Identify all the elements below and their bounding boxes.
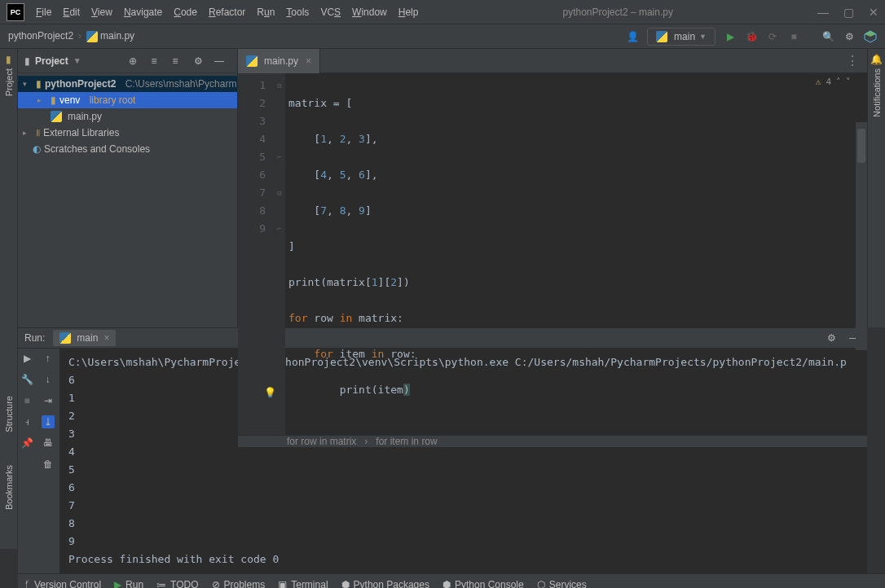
pycharm-logo-icon: PC <box>7 3 24 21</box>
editor-tabs: main.py × ⋮ <box>238 49 867 73</box>
menu-edit[interactable]: Edit <box>63 7 80 18</box>
menu-window[interactable]: Window <box>352 7 387 18</box>
todo-button[interactable]: ≔TODO <box>156 579 198 589</box>
scroll-to-end-icon[interactable]: ⤓ <box>42 415 55 428</box>
project-tool-icon[interactable]: ▮ <box>6 54 11 65</box>
console-line: 8 <box>68 515 859 533</box>
console-line: 5 <box>68 461 859 479</box>
project-panel: ▮ Project ▼ ⊕ ≡ ≡ ⚙ — ▾ ▮ pythonProject2… <box>18 49 238 327</box>
intention-bulb-icon[interactable]: 💡 <box>264 384 276 402</box>
fold-end-icon[interactable]: ⌐ <box>274 220 285 238</box>
stop-button[interactable]: ■ <box>787 30 800 43</box>
tab-overflow-icon[interactable]: ⋮ <box>846 53 867 68</box>
menu-vcs[interactable]: VCS <box>320 7 341 18</box>
close-tab-icon[interactable]: × <box>306 55 311 67</box>
menu-view[interactable]: View <box>91 7 112 18</box>
arrow-right-icon[interactable]: ▸ <box>23 129 33 137</box>
menu-code[interactable]: Code <box>174 7 197 18</box>
main-menu: File Edit View Navigate Code Refactor Ru… <box>36 7 418 18</box>
editor[interactable]: 123456789 ⊟⌐ ⊟⌐ matrix = [ [1, 2, 3], [4… <box>238 73 867 435</box>
add-user-icon[interactable]: 👤 <box>626 30 639 43</box>
coverage-button[interactable]: ⟳ <box>766 30 779 43</box>
menu-tools[interactable]: Tools <box>286 7 309 18</box>
fold-end-icon[interactable]: ⌐ <box>274 148 285 166</box>
locate-file-icon[interactable]: ⊕ <box>126 55 139 68</box>
python-packages-button[interactable]: ⬢Python Packages <box>341 579 429 589</box>
editor-scrollbar[interactable] <box>856 122 867 350</box>
wrench-icon[interactable]: 🔧 <box>20 373 33 386</box>
collapse-all-icon[interactable]: ≡ <box>169 55 182 68</box>
breadcrumb-file[interactable]: main.py <box>86 30 134 42</box>
version-control-button[interactable]: ᚶVersion Control <box>24 579 101 589</box>
crumb-for-item[interactable]: for item in row <box>376 436 437 447</box>
menu-refactor[interactable]: Refactor <box>209 7 245 18</box>
crumb-for-row[interactable]: for row in matrix <box>287 436 356 447</box>
code-content[interactable]: matrix = [ [1, 2, 3], [4, 5, 6], [7, 8, … <box>285 73 867 435</box>
editor-breadcrumb: for row in matrix › for item in row <box>238 435 867 447</box>
package-icon: ⬢ <box>341 579 350 589</box>
breadcrumb: pythonProject2 › main.py <box>8 30 134 42</box>
toolbox-icon[interactable] <box>864 30 877 43</box>
ide-settings-button[interactable]: ⚙ <box>843 30 856 43</box>
folder-icon: ▮ <box>36 78 42 90</box>
expand-all-icon[interactable]: ≡ <box>148 55 161 68</box>
arrow-right-icon[interactable]: ▸ <box>37 96 47 104</box>
minimize-button[interactable]: — <box>817 6 829 19</box>
close-button[interactable]: ✕ <box>869 6 878 19</box>
clear-icon[interactable]: 🗑 <box>42 458 55 471</box>
chevron-up-icon[interactable]: ˄ <box>836 77 841 87</box>
tree-scratches[interactable]: ◐ Scratches and Consoles <box>18 141 237 157</box>
inspection-widget[interactable]: ⚠ 4 ˄ ˅ <box>816 77 851 87</box>
print-icon[interactable]: 🖶 <box>42 437 55 450</box>
tree-venv[interactable]: ▸ ▮ venv library root <box>18 92 237 108</box>
project-tree[interactable]: ▾ ▮ pythonProject2 C:\Users\mshah\Pychar… <box>18 73 237 327</box>
problems-icon: ⊘ <box>212 579 220 589</box>
breadcrumb-project[interactable]: pythonProject2 <box>8 30 73 42</box>
down-icon[interactable]: ↓ <box>42 373 55 386</box>
menu-help[interactable]: Help <box>398 7 419 18</box>
run-tab-main[interactable]: main × <box>53 330 116 346</box>
search-everywhere-button[interactable]: 🔍 <box>821 30 834 43</box>
fold-icon[interactable]: ⊟ <box>274 77 285 94</box>
close-icon[interactable]: × <box>103 332 109 344</box>
run-toolwindow-button[interactable]: ▶Run <box>114 579 143 589</box>
tree-external-libs[interactable]: ▸ ⫴ External Libraries <box>18 125 237 141</box>
panel-hide-icon[interactable]: — <box>213 55 226 68</box>
structure-button[interactable]: Structure <box>4 396 14 432</box>
rerun-button[interactable]: ▶ <box>20 352 33 365</box>
menu-run[interactable]: Run <box>257 7 275 18</box>
panel-settings-icon[interactable]: ⚙ <box>192 55 205 68</box>
pin-icon[interactable]: 📌 <box>20 437 33 450</box>
notifications-icon[interactable]: 🔔 <box>870 54 883 65</box>
run-secondary-tools: ↑ ↓ ⇥ ⤓ 🖶 🗑 <box>36 349 60 573</box>
notifications-button[interactable]: Notifications <box>872 68 882 117</box>
menu-file[interactable]: File <box>36 7 51 18</box>
soft-wrap-icon[interactable]: ⇥ <box>42 394 55 407</box>
services-button[interactable]: ⬡Services <box>537 579 587 589</box>
stop-button[interactable]: ■ <box>20 394 33 407</box>
arrow-down-icon[interactable]: ▾ <box>23 80 33 88</box>
project-panel-title[interactable]: Project <box>35 55 68 67</box>
todo-icon: ≔ <box>156 579 166 589</box>
menu-navigate[interactable]: Navigate <box>124 7 162 18</box>
python-icon <box>59 332 71 344</box>
bookmarks-button[interactable]: Bookmarks <box>4 465 14 510</box>
fold-icon[interactable]: ⊟ <box>274 184 285 202</box>
debug-button[interactable]: 🐞 <box>745 30 758 43</box>
chevron-down-icon[interactable]: ▼ <box>73 56 81 65</box>
problems-button[interactable]: ⊘Problems <box>212 579 266 589</box>
tree-mainpy[interactable]: main.py <box>18 108 237 125</box>
tree-root[interactable]: ▾ ▮ pythonProject2 C:\Users\mshah\Pychar… <box>18 76 237 92</box>
terminal-button[interactable]: ▣Terminal <box>278 579 328 589</box>
python-console-button[interactable]: ⬢Python Console <box>442 579 524 589</box>
run-button[interactable]: ▶ <box>724 30 737 43</box>
editor-area: main.py × ⋮ 123456789 ⊟⌐ ⊟⌐ matrix = [ [… <box>238 49 867 327</box>
up-icon[interactable]: ↑ <box>42 352 55 365</box>
editor-tab-mainpy[interactable]: main.py × <box>238 49 320 73</box>
layout-icon[interactable]: ⫞ <box>20 415 33 428</box>
project-tool-button[interactable]: Project <box>4 68 14 96</box>
chevron-down-icon[interactable]: ˅ <box>846 77 851 87</box>
run-config-selector[interactable]: main ▼ <box>647 28 715 46</box>
run-label: Run: <box>24 332 45 344</box>
maximize-button[interactable]: ▢ <box>843 6 854 19</box>
